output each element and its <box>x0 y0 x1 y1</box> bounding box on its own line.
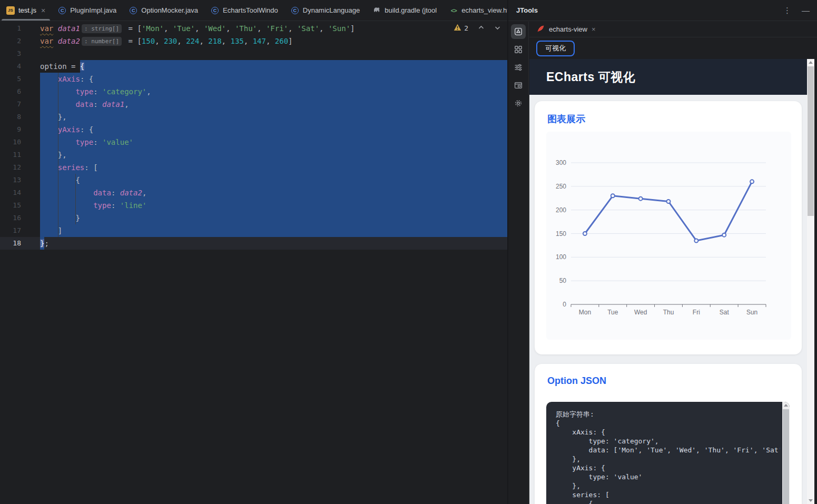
editor-tab-dynamiclanguage[interactable]: CDynamicLanguage <box>284 0 366 21</box>
chevron-down-icon[interactable] <box>494 24 501 33</box>
line-content[interactable]: }; <box>40 237 507 250</box>
line-number[interactable]: 13 <box>0 174 21 186</box>
code-line-18[interactable]: 18}; <box>0 237 507 250</box>
json-code-line: type: 'category', <box>556 437 780 446</box>
line-number[interactable]: 14 <box>0 186 21 199</box>
line-content[interactable]: option = { <box>40 60 507 73</box>
close-icon[interactable]: × <box>592 25 596 33</box>
code-token: , <box>199 35 208 47</box>
line-number[interactable]: 1 <box>0 22 21 35</box>
editor-tab-echartstoolwindo[interactable]: CEchartsToolWindo <box>204 0 284 21</box>
code-line-8[interactable]: 8 }, <box>0 111 507 123</box>
line-number[interactable]: 12 <box>0 161 21 174</box>
scroll-up-arrow-icon[interactable] <box>809 61 813 64</box>
code-token: , <box>288 22 297 35</box>
line-number[interactable]: 16 <box>0 212 21 224</box>
line-content[interactable]: ] <box>40 224 507 237</box>
code-line-12[interactable]: 12 series: [ <box>0 161 507 174</box>
code-token: data1 <box>58 22 80 35</box>
line-content[interactable]: { <box>40 174 507 186</box>
line-number[interactable]: 9 <box>0 123 21 136</box>
line-number[interactable]: 3 <box>0 47 21 60</box>
feather-icon <box>537 25 545 34</box>
code-line-15[interactable]: 15 type: 'line' <box>0 199 507 212</box>
close-icon[interactable]: × <box>41 6 45 15</box>
code-token: 'Tue' <box>173 22 195 35</box>
line-number[interactable]: 18 <box>0 237 21 250</box>
line-content[interactable]: data: data2, <box>40 186 507 199</box>
web-header: ECharts 可视化 <box>529 59 807 95</box>
code-line-9[interactable]: 9 yAxis: { <box>0 123 507 136</box>
svg-text:0: 0 <box>563 301 566 308</box>
preview-card-icon[interactable] <box>511 78 526 93</box>
option-json-code-block[interactable]: 原始字符串:{ xAxis: { type: 'category', data:… <box>546 402 790 504</box>
settings-gear-icon[interactable] <box>511 96 526 111</box>
line-content[interactable]: type: 'line' <box>40 199 507 212</box>
line-content[interactable]: type: 'category', <box>40 85 507 98</box>
line-content[interactable]: } <box>40 212 507 224</box>
code-line-4[interactable]: 4option = { <box>0 60 507 73</box>
editor-tab-build-gradle-jtool[interactable]: build.gradle (jtool <box>366 0 443 21</box>
line-number[interactable]: 15 <box>0 199 21 212</box>
line-number[interactable]: 4 <box>0 60 21 73</box>
line-chart-canvas[interactable]: 050100150200250300MonTueWedThuFriSatSun <box>546 132 791 340</box>
line-number[interactable]: 8 <box>0 111 21 123</box>
line-number[interactable]: 7 <box>0 98 21 111</box>
code-line-2[interactable]: 2var data2: number[] = [150, 230, 224, 2… <box>0 35 507 47</box>
code-line-6[interactable]: 6 type: 'category', <box>0 85 507 98</box>
line-content[interactable]: yAxis: { <box>40 123 507 136</box>
line-number[interactable]: 17 <box>0 224 21 237</box>
code-line-13[interactable]: 13 { <box>0 174 507 186</box>
code-token <box>53 35 57 47</box>
svg-text:150: 150 <box>556 230 566 238</box>
json-code-line: yAxis: { <box>556 463 780 472</box>
warning-count[interactable]: 2 <box>464 24 468 32</box>
editor-tab-pluginimpl-java[interactable]: CPluginImpl.java <box>52 0 123 21</box>
scrollbar-thumb[interactable] <box>783 409 789 504</box>
more-vertical-icon[interactable]: ⋮ <box>783 6 791 15</box>
code-token: 135 <box>230 35 243 47</box>
code-line-1[interactable]: 1var data1: string[] = ['Mon', 'Tue', 'W… <box>0 22 507 35</box>
code-line-5[interactable]: 5 xAxis: { <box>0 73 507 85</box>
line-content[interactable] <box>40 47 507 60</box>
line-content[interactable]: data: data1, <box>40 98 507 111</box>
code-line-16[interactable]: 16 } <box>0 212 507 224</box>
scrollbar-thumb[interactable] <box>808 66 814 216</box>
scroll-down-arrow-icon[interactable] <box>809 499 813 502</box>
code-token <box>40 125 58 134</box>
line-number[interactable]: 11 <box>0 149 21 161</box>
code-line-10[interactable]: 10 type: 'value' <box>0 136 507 149</box>
code-token: , <box>226 22 235 35</box>
code-line-11[interactable]: 11 }, <box>0 149 507 161</box>
svg-text:Wed: Wed <box>634 309 647 316</box>
scroll-up-arrow-icon[interactable] <box>784 404 788 407</box>
editor-tab-optionmocker-java[interactable]: COptionMocker.java <box>123 0 204 21</box>
code-token: , <box>257 22 266 35</box>
visualize-button[interactable]: 可视化 <box>536 41 575 56</box>
plugin-app-icon[interactable] <box>511 24 526 39</box>
code-line-17[interactable]: 17 ] <box>0 224 507 237</box>
grid-icon[interactable] <box>511 42 526 57</box>
line-content[interactable]: }, <box>40 111 507 123</box>
code-line-14[interactable]: 14 data: data2, <box>0 186 507 199</box>
line-content[interactable]: var data1: string[] = ['Mon', 'Tue', 'We… <box>40 22 507 35</box>
minimize-icon[interactable]: — <box>802 6 810 15</box>
line-content[interactable]: series: [ <box>40 161 507 174</box>
line-number[interactable]: 2 <box>0 35 21 47</box>
line-content[interactable]: type: 'value' <box>40 136 507 149</box>
line-content[interactable]: var data2: number[] = [150, 230, 224, 21… <box>40 35 507 47</box>
line-number[interactable]: 5 <box>0 73 21 85</box>
line-number[interactable]: 6 <box>0 85 21 98</box>
editor-tab-test-js[interactable]: JStest.js× <box>0 0 52 21</box>
code-block-scrollbar[interactable] <box>782 402 790 504</box>
line-content[interactable]: }, <box>40 149 507 161</box>
code-line-7[interactable]: 7 data: data1, <box>0 98 507 111</box>
webview-scrollbar[interactable] <box>807 59 814 504</box>
code-editor[interactable]: 2 1var data1: string[] = ['Mon', 'Tue', … <box>0 21 507 504</box>
code-line-3[interactable]: 3 <box>0 47 507 60</box>
line-number[interactable]: 10 <box>0 136 21 149</box>
chevron-up-icon[interactable] <box>478 24 485 33</box>
line-content[interactable]: xAxis: { <box>40 73 507 85</box>
sliders-icon[interactable] <box>511 60 526 75</box>
tab-echarts-view[interactable]: echarts-view × <box>529 22 601 37</box>
